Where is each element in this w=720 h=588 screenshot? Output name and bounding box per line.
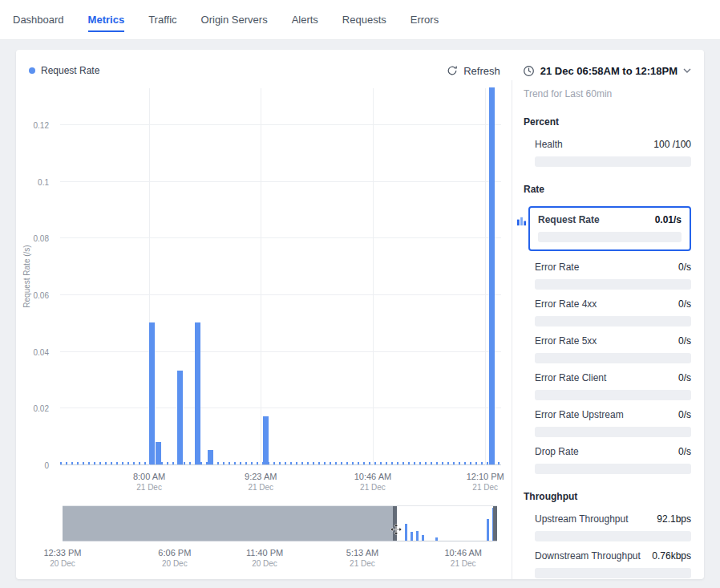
metric-value: 100 /100 [653, 139, 691, 150]
chart-bar [149, 322, 155, 464]
chart-bar [263, 416, 269, 464]
metric-row: Downstream Throughput0.76kbps [535, 550, 691, 562]
refresh-icon [447, 65, 458, 76]
y-tick-label: 0.06 [34, 290, 49, 299]
x-tick-label: 10:46 AM21 Dec [354, 472, 391, 492]
minimap-bar [416, 531, 419, 541]
tab-errors[interactable]: Errors [411, 8, 439, 32]
move-cursor-icon [390, 524, 402, 538]
tab-alerts[interactable]: Alerts [292, 8, 318, 32]
chart-bar [195, 322, 200, 464]
metric-row: Request Rate0.01/s [538, 214, 682, 225]
minimap-unselected-region[interactable] [63, 506, 395, 541]
metric-name: Error Rate 5xx [535, 335, 597, 347]
h-gridline [60, 124, 501, 125]
metric-name: Request Rate [538, 214, 600, 225]
section-title-rate: Rate [524, 184, 691, 195]
refresh-button[interactable]: Refresh [447, 65, 500, 77]
metric-error-rate-client[interactable]: Error Rate Client0/s [535, 372, 691, 400]
metrics-panel: Trend for Last 60min PercentHealth100 /1… [512, 80, 704, 579]
metric-row: Error Rate Upstream0/s [535, 409, 691, 420]
y-tick-label: 0.12 [34, 120, 49, 129]
metric-error-rate-upstream[interactable]: Error Rate Upstream0/s [535, 409, 691, 437]
request-rate-chart: Request Rate (/s) 00.020.040.060.080.10.… [16, 80, 512, 579]
y-tick-label: 0.04 [34, 347, 49, 356]
h-gridline [60, 181, 501, 182]
chart-bar [208, 450, 213, 464]
metric-health[interactable]: Health100 /100 [535, 139, 691, 167]
metric-sparkline [538, 232, 682, 242]
brush-handle-right[interactable] [493, 506, 497, 541]
x-axis-labels: 8:00 AM21 Dec9:23 AM21 Dec10:46 AM21 Dec… [60, 472, 501, 497]
metric-sparkline [535, 427, 691, 437]
metric-row: Upstream Throughput92.1bps [535, 513, 691, 525]
minimap[interactable] [63, 505, 497, 541]
metric-value: 0.76kbps [652, 550, 691, 562]
chevron-down-icon [683, 68, 691, 73]
metric-value: 0/s [678, 446, 691, 457]
h-gridline [60, 294, 501, 295]
legend-dot-icon [29, 67, 35, 74]
minimap-x-tick-label: 6:06 PM20 Dec [158, 548, 191, 568]
minimap-x-tick-label: 11:40 PM20 Dec [246, 548, 283, 568]
refresh-label: Refresh [463, 65, 500, 77]
chart-bar [489, 87, 495, 464]
metric-request-rate[interactable]: Request Rate0.01/s [528, 206, 691, 251]
metric-sparkline [535, 390, 691, 400]
metric-sparkline [535, 568, 691, 578]
metric-value: 92.1bps [657, 513, 691, 525]
y-axis-labels: 00.020.040.060.080.10.12 [16, 88, 55, 465]
metric-row: Health100 /100 [535, 139, 691, 150]
metric-value: 0/s [678, 298, 691, 310]
minimap-x-tick-label: 12:33 PM20 Dec [43, 548, 81, 568]
chart-bar [177, 371, 183, 464]
y-tick-label: 0.02 [34, 404, 49, 413]
tab-metrics[interactable]: Metrics [88, 8, 125, 32]
metric-row: Drop Rate0/s [535, 446, 691, 457]
minimap-bar [435, 537, 438, 541]
legend-label: Request Rate [41, 65, 99, 76]
near-zero-baseline [60, 462, 501, 464]
metric-row: Error Rate 5xx0/s [535, 335, 691, 347]
minimap-bar [405, 524, 407, 541]
minimap-bar [411, 532, 413, 541]
v-gridline [261, 88, 261, 465]
metric-error-rate-5xx[interactable]: Error Rate 5xx0/s [535, 335, 691, 363]
metric-value: 0.01/s [655, 214, 682, 225]
metric-drop-rate[interactable]: Drop Rate0/s [535, 446, 691, 474]
metric-name: Error Rate [535, 262, 579, 273]
minimap-x-tick-label: 10:46 AM21 Dec [444, 548, 481, 568]
metric-error-rate-4xx[interactable]: Error Rate 4xx0/s [535, 298, 691, 326]
tab-traffic[interactable]: Traffic [148, 8, 176, 32]
card-header: Request Rate Refresh [16, 50, 704, 80]
minimap-x-tick-label: 5:13 AM21 Dec [346, 548, 378, 568]
metric-downstream-throughput[interactable]: Downstream Throughput0.76kbps [535, 550, 691, 578]
metric-row: Error Rate0/s [535, 262, 691, 273]
v-gridline [373, 88, 374, 465]
metric-value: 0/s [678, 409, 691, 420]
metric-error-rate[interactable]: Error Rate0/s [535, 262, 691, 290]
minimap-x-labels: 12:33 PM20 Dec6:06 PM20 Dec11:40 PM20 De… [63, 548, 497, 574]
tab-origin-servers[interactable]: Origin Servers [201, 8, 268, 32]
tab-requests[interactable]: Requests [342, 8, 386, 32]
metric-value: 0/s [678, 335, 691, 347]
section-title-percent: Percent [524, 116, 691, 128]
chart-bar [156, 442, 161, 464]
metric-row: Error Rate 4xx0/s [535, 298, 691, 310]
minimap-bar [487, 519, 489, 541]
x-tick-label: 8:00 AM21 Dec [133, 472, 165, 492]
y-tick-label: 0.08 [34, 234, 49, 243]
section-title-throughput: Throughput [524, 491, 691, 502]
metrics-panel-sections: PercentHealth100 /100RateRequest Rate0.0… [524, 116, 691, 579]
h-gridline [60, 464, 501, 465]
metric-name: Upstream Throughput [535, 513, 629, 525]
metric-sparkline [535, 279, 691, 290]
metric-sparkline [535, 464, 691, 474]
metric-value: 0/s [678, 372, 691, 383]
tab-dashboard[interactable]: Dashboard [13, 8, 64, 32]
time-range-picker[interactable]: 21 Dec 06:58AM to 12:18PM [523, 65, 691, 77]
metric-name: Health [535, 139, 563, 150]
chart-legend: Request Rate [29, 65, 99, 76]
metric-upstream-throughput[interactable]: Upstream Throughput92.1bps [535, 513, 691, 541]
metrics-card: Request Rate Refresh [16, 50, 704, 579]
